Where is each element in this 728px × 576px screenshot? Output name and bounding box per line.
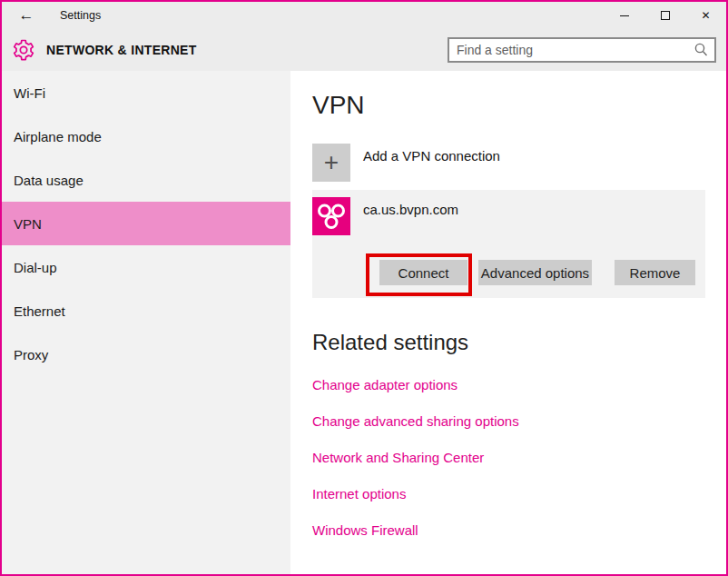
- sidebar-item-data-usage[interactable]: Data usage: [2, 158, 290, 202]
- sidebar-item-proxy[interactable]: Proxy: [2, 333, 290, 376]
- sidebar-item-vpn[interactable]: VPN: [2, 202, 290, 245]
- close-icon: ✕: [701, 10, 710, 21]
- connect-button[interactable]: Connect: [379, 260, 467, 285]
- link-windows-firewall[interactable]: Windows Firewall: [312, 511, 726, 548]
- back-arrow-icon: ←: [19, 6, 34, 24]
- add-vpn-label: Add a VPN connection: [363, 148, 500, 182]
- settings-window: ← Settings ✕ NETWORK & INTERNET: [0, 0, 728, 576]
- sidebar-item-airplane-mode[interactable]: Airplane mode: [2, 114, 290, 158]
- sidebar-item-label: Data usage: [14, 173, 84, 188]
- top-band: ← Settings ✕ NETWORK & INTERNET: [2, 2, 726, 71]
- sidebar-item-dialup[interactable]: Dial-up: [2, 245, 290, 289]
- sidebar-item-wifi[interactable]: Wi-Fi: [2, 71, 290, 114]
- add-vpn-button[interactable]: + Add a VPN connection: [312, 144, 726, 182]
- related-settings-title: Related settings: [312, 328, 726, 357]
- sidebar-item-label: Dial-up: [14, 260, 57, 275]
- advanced-options-button[interactable]: Advanced options: [478, 260, 592, 285]
- sidebar-item-label: Ethernet: [14, 303, 65, 319]
- maximize-icon: [661, 11, 670, 20]
- gear-icon: [12, 38, 35, 62]
- close-button[interactable]: ✕: [685, 2, 726, 29]
- remove-button[interactable]: Remove: [615, 260, 695, 285]
- vpn-connection-name: ca.us.bvpn.com: [363, 202, 458, 217]
- minimize-button[interactable]: [604, 2, 644, 29]
- link-change-advanced-sharing-options[interactable]: Change advanced sharing options: [312, 402, 726, 439]
- page-header-title: NETWORK & INTERNET: [46, 43, 197, 57]
- minimize-icon: [620, 15, 629, 16]
- sidebar-item-label: Wi-Fi: [14, 85, 45, 101]
- search-icon[interactable]: [691, 41, 711, 59]
- bvpn-logo-icon: [312, 197, 350, 235]
- plus-icon: +: [312, 144, 350, 182]
- back-button[interactable]: ←: [13, 6, 40, 25]
- page-title: VPN: [312, 88, 726, 123]
- body-row: Wi-Fi Airplane mode Data usage VPN Dial-…: [2, 71, 726, 574]
- main-content: VPN + Add a VPN connection ca.us.bvpn.co…: [290, 71, 726, 574]
- sidebar-item-label: Proxy: [14, 347, 48, 362]
- sidebar-item-label: VPN: [14, 216, 42, 232]
- link-internet-options[interactable]: Internet options: [312, 475, 726, 511]
- vpn-connection-item[interactable]: ca.us.bvpn.com Connect Advanced options …: [312, 190, 705, 298]
- sidebar-item-ethernet[interactable]: Ethernet: [2, 289, 290, 333]
- link-network-and-sharing-center[interactable]: Network and Sharing Center: [312, 439, 726, 475]
- search-input[interactable]: [449, 43, 691, 57]
- sidebar-item-label: Airplane mode: [14, 129, 102, 144]
- window-title: Settings: [60, 9, 101, 22]
- sidebar: Wi-Fi Airplane mode Data usage VPN Dial-…: [2, 71, 290, 574]
- maximize-button[interactable]: [644, 2, 685, 29]
- search-box: [448, 37, 716, 63]
- related-settings-links: Change adapter options Change advanced s…: [312, 366, 726, 548]
- titlebar: ← Settings ✕: [2, 2, 726, 29]
- link-change-adapter-options[interactable]: Change adapter options: [312, 366, 726, 402]
- app-header: NETWORK & INTERNET: [2, 29, 726, 71]
